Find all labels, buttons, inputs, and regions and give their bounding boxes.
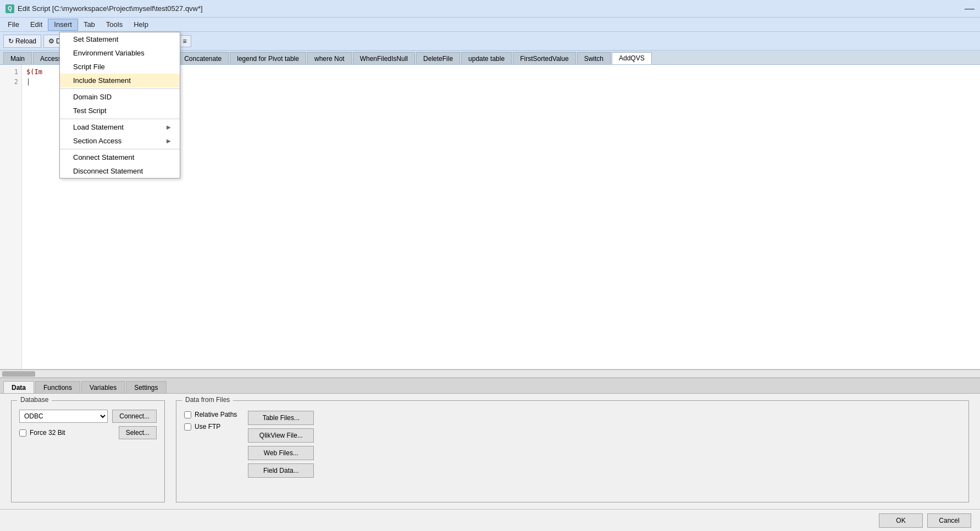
menu-item-disconnect-statement[interactable]: Disconnect Statement — [60, 164, 180, 178]
tab-deletefile[interactable]: DeleteFile — [416, 52, 460, 64]
menu-item-script-file[interactable]: Script File — [60, 60, 180, 74]
database-row-1: ODBC Connect... — [19, 410, 157, 423]
files-checkboxes: Relative Paths Use FTP — [184, 411, 237, 478]
tab-main[interactable]: Main — [3, 52, 32, 64]
menu-insert[interactable]: Insert — [48, 19, 78, 31]
window-title: Edit Script [C:\myworkspace\Project\myse… — [18, 4, 203, 13]
qlikview-file-button[interactable]: QlikView File... — [248, 428, 314, 443]
select-button[interactable]: Select... — [119, 426, 157, 439]
relative-paths-checkbox[interactable] — [184, 411, 191, 418]
tab-variables[interactable]: Variables — [81, 381, 125, 393]
menu-item-set-statement[interactable]: Set Statement — [60, 32, 180, 46]
force32bit-checkbox[interactable] — [19, 429, 26, 437]
title-bar: Q Edit Script [C:\myworkspace\Project\my… — [0, 0, 980, 18]
use-ftp-label: Use FTP — [195, 423, 220, 431]
reload-button[interactable]: ↻ Reload — [3, 35, 41, 48]
cancel-button[interactable]: Cancel — [927, 513, 971, 528]
debug-icon: ⚙ — [48, 37, 54, 45]
menu-item-load-statement[interactable]: Load Statement ▶ — [60, 120, 180, 134]
database-row-2: Force 32 Bit Select... — [19, 426, 157, 439]
menu-edit[interactable]: Edit — [25, 19, 48, 31]
scroll-bar-h[interactable] — [0, 370, 980, 377]
menu-item-include-statement[interactable]: Include Statement — [60, 74, 180, 87]
title-bar-left: Q Edit Script [C:\myworkspace\Project\my… — [5, 4, 203, 13]
menu-item-test-script[interactable]: Test Script — [60, 104, 180, 118]
table-files-button[interactable]: Table Files... — [248, 411, 314, 425]
tab-whenfiledisnull[interactable]: WhenFiledIsNull — [353, 52, 415, 64]
menu-tools[interactable]: Tools — [101, 19, 128, 31]
connect-button[interactable]: Connect... — [112, 410, 157, 423]
menu-item-domain-sid[interactable]: Domain SID — [60, 90, 180, 104]
files-group: Data from Files Relative Paths Use FTP — [176, 400, 969, 502]
tab-data[interactable]: Data — [3, 381, 34, 393]
section-access-arrow: ▶ — [167, 138, 171, 144]
menu-help[interactable]: Help — [128, 19, 154, 31]
line-numbers: 1 2 — [0, 65, 22, 369]
menu-item-connect-statement[interactable]: Connect Statement — [60, 150, 180, 164]
tab-firstsortedvalue[interactable]: FirstSortedValue — [513, 52, 575, 64]
field-data-button[interactable]: Field Data... — [248, 463, 314, 478]
menu-tab[interactable]: Tab — [78, 19, 101, 31]
database-group: Database ODBC Connect... Force 32 Bit Se… — [11, 400, 165, 502]
menu-bar: File Edit Insert Tab Tools Help — [0, 18, 980, 32]
dropdown-separator-1 — [60, 88, 180, 89]
minimize-button[interactable]: — — [965, 3, 975, 14]
tab-addqvs[interactable]: AddQVS — [612, 52, 652, 64]
menu-item-env-variables[interactable]: Environment Variables — [60, 46, 180, 60]
tab-legend-pivot[interactable]: legend for Pivot table — [230, 52, 306, 64]
use-ftp-checkbox[interactable] — [184, 423, 191, 431]
ok-button[interactable]: OK — [879, 513, 923, 528]
files-inner: Relative Paths Use FTP Table Files... Ql… — [184, 411, 961, 478]
tab-functions[interactable]: Functions — [35, 381, 80, 393]
tab-switch[interactable]: Switch — [577, 52, 611, 64]
tab-concatenate[interactable]: Concatenate — [177, 52, 229, 64]
tab-settings[interactable]: Settings — [126, 381, 166, 393]
database-legend: Database — [17, 396, 52, 404]
app-icon: Q — [5, 4, 14, 13]
relative-paths-row: Relative Paths — [184, 411, 237, 418]
dropdown-separator-3 — [60, 149, 180, 149]
odbc-dropdown[interactable]: ODBC — [19, 410, 108, 423]
force32bit-row: Force 32 Bit — [19, 429, 65, 437]
dialog-buttons: OK Cancel — [0, 509, 980, 531]
relative-paths-label: Relative Paths — [195, 411, 237, 418]
dropdown-separator-2 — [60, 119, 180, 119]
web-files-button[interactable]: Web Files... — [248, 446, 314, 460]
scroll-thumb[interactable] — [2, 371, 35, 377]
main-container: Q Edit Script [C:\myworkspace\Project\my… — [0, 0, 980, 531]
menu-file[interactable]: File — [2, 19, 25, 31]
bottom-content: Database ODBC Connect... Force 32 Bit Se… — [0, 394, 980, 509]
files-buttons: Table Files... QlikView File... Web File… — [248, 411, 314, 478]
bottom-tabs: Data Functions Variables Settings — [0, 378, 980, 394]
reload-icon: ↻ — [8, 37, 14, 45]
menu-item-section-access[interactable]: Section Access ▶ — [60, 134, 180, 148]
force32bit-label: Force 32 Bit — [30, 429, 65, 437]
insert-dropdown-menu: Set Statement Environment Variables Scri… — [59, 32, 180, 178]
load-statement-arrow: ▶ — [167, 124, 171, 130]
tab-wherenot[interactable]: where Not — [307, 52, 352, 64]
bottom-panel: Data Functions Variables Settings Databa… — [0, 377, 980, 509]
tab-updatetable[interactable]: update table — [461, 52, 512, 64]
use-ftp-row: Use FTP — [184, 423, 237, 431]
files-legend: Data from Files — [182, 396, 233, 404]
